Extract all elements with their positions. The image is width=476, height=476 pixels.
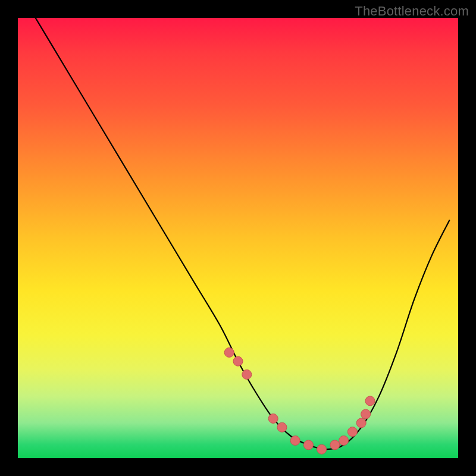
- marker-point: [233, 356, 243, 366]
- chart-frame: TheBottleneck.com: [0, 0, 476, 476]
- marker-point: [361, 409, 371, 419]
- marker-point: [347, 427, 357, 437]
- watermark-text: TheBottleneck.com: [355, 4, 469, 19]
- marker-point: [330, 440, 340, 450]
- marker-point: [339, 436, 349, 445]
- marker-point: [277, 422, 287, 432]
- marker-point: [303, 440, 313, 450]
- marker-point: [317, 444, 327, 454]
- marker-point: [224, 347, 234, 357]
- marker-point: [356, 418, 366, 428]
- marker-point: [290, 436, 300, 445]
- marker-point: [268, 414, 278, 423]
- curve-layer: [18, 18, 458, 458]
- plot-area: [18, 18, 458, 458]
- bottleneck-curve: [36, 18, 450, 449]
- marker-point: [242, 369, 252, 379]
- marker-point: [365, 396, 375, 406]
